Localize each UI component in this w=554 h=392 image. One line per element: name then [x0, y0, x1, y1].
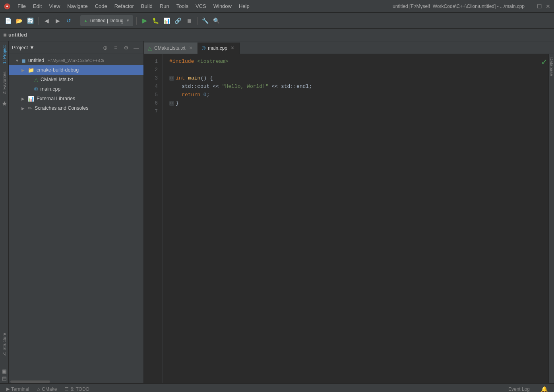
back-button[interactable]: ◀: [42, 16, 51, 25]
gutter-checkmark: ✓: [541, 57, 548, 67]
tree-expand-scratches[interactable]: ▶: [21, 106, 26, 111]
sync-button[interactable]: 🔄: [25, 16, 35, 25]
sidebar-collapse-icon[interactable]: ≡: [112, 44, 120, 52]
cpp-file-icon: ©: [34, 86, 38, 92]
debug-button[interactable]: 🐛: [151, 16, 161, 25]
tab-close-cmakelists[interactable]: ✕: [188, 45, 194, 51]
tree-item-cmakelists[interactable]: △ CMakeLists.txt: [9, 75, 143, 84]
menu-tools[interactable]: Tools: [173, 2, 192, 10]
attach-button[interactable]: 🔗: [173, 16, 183, 25]
menu-file[interactable]: File: [14, 2, 29, 10]
tab-close-maincpp[interactable]: ✕: [230, 45, 235, 51]
todo-icon: ☰: [65, 386, 69, 392]
search-button[interactable]: 🔍: [212, 16, 221, 25]
tool-icon-1[interactable]: ▣: [1, 367, 8, 375]
code-line-7: [169, 107, 548, 116]
toolbar-separator-4: [197, 17, 198, 25]
menu-navigate[interactable]: Navigate: [64, 2, 91, 10]
tab-maincpp[interactable]: © main.cpp ✕: [198, 43, 240, 54]
sidebar-item-favorites[interactable]: 2: Favorites: [1, 68, 8, 98]
app-logo: [3, 2, 11, 10]
tab-cmake[interactable]: △ CMake: [34, 386, 60, 392]
tree-item-scratches[interactable]: ▶ ✏ Scratches and Consoles: [9, 103, 143, 113]
tree-label-untitled: untitled: [28, 58, 44, 63]
module-icon: ◼: [21, 58, 26, 64]
run-configuration[interactable]: ▲ untitled | Debug ▼: [80, 15, 133, 26]
new-file-button[interactable]: 📄: [3, 16, 13, 25]
left-vertical-strip: 1: Project 2: Favorites ★ Z: Structure ▣…: [0, 41, 9, 383]
tab-terminal[interactable]: ▶ Terminal: [3, 386, 32, 392]
tool-icon-2[interactable]: ▤: [1, 375, 8, 382]
tree-item-untitled[interactable]: ▼ ◼ untitled F:\Myself_WorkCode\C++\Cli: [9, 56, 143, 65]
toolbar-separator-3: [136, 17, 137, 25]
menu-edit[interactable]: Edit: [30, 2, 45, 10]
menu-refactor[interactable]: Refactor: [111, 2, 137, 10]
menu-vcs[interactable]: VCS: [192, 2, 209, 10]
database-tab-label[interactable]: Database: [548, 54, 554, 79]
database-tab[interactable]: Database: [548, 54, 554, 383]
file-tree: ▼ ◼ untitled F:\Myself_WorkCode\C++\Cli …: [9, 54, 143, 380]
code-line-5: return 0;: [169, 91, 548, 99]
tree-label-extlibs: External Libraries: [37, 96, 75, 101]
left-sidebar-inner: 1: Project 2: Favorites ★ Z: Structure ▣…: [0, 41, 144, 383]
open-file-button[interactable]: 📂: [14, 16, 24, 25]
notifications-icon[interactable]: 🔔: [538, 385, 551, 392]
sidebar-add-icon[interactable]: ⊕: [101, 44, 109, 52]
close-button[interactable]: ✕: [545, 4, 551, 9]
maximize-button[interactable]: ☐: [537, 4, 542, 9]
sidebar-scrollbar-thumb[interactable]: [10, 380, 50, 383]
left-sidebar-container: 1: Project 2: Favorites ★ Z: Structure ▣…: [0, 41, 144, 383]
tree-expand-extlibs[interactable]: ▶: [21, 97, 26, 101]
tree-label-cmakelists: CMakeLists.txt: [41, 77, 73, 82]
cmake-file-icon: △: [34, 77, 38, 83]
favorites-star-icon[interactable]: ★: [1, 100, 8, 107]
tree-expand-cmake-build[interactable]: ▶: [21, 68, 26, 72]
editor-area[interactable]: 1 2 3 4 5 6 7 #include <iostream> ▶ □: [144, 54, 554, 383]
tab-cmakelists[interactable]: △ CMakeLists.txt ✕: [144, 43, 198, 54]
sidebar-scrollbar[interactable]: [9, 380, 143, 383]
terminal-icon: ▶: [6, 386, 10, 392]
tree-item-cmake-build[interactable]: ▶ 📁 cmake-build-debug: [9, 65, 143, 75]
build-settings-button[interactable]: 🔧: [201, 16, 210, 25]
forward-button[interactable]: ▶: [53, 16, 62, 25]
menu-window[interactable]: Window: [210, 2, 235, 10]
window-controls: — ☐ ✕: [528, 4, 551, 9]
tree-item-extlibs[interactable]: ▶ 📊 External Libraries: [9, 94, 143, 103]
sidebar-item-project[interactable]: 1: Project: [1, 41, 8, 68]
menu-build[interactable]: Build: [138, 2, 156, 10]
minimize-button[interactable]: —: [528, 4, 533, 9]
run-button[interactable]: ▶: [140, 16, 149, 25]
cmake-bottom-icon: △: [37, 386, 40, 392]
editor-panel: △ CMakeLists.txt ✕ © main.cpp ✕ 1 2 3 4 …: [144, 41, 554, 383]
sidebar-settings-icon[interactable]: ⚙: [122, 44, 130, 52]
coverage-button[interactable]: 📊: [162, 16, 172, 25]
code-line-3: ▶ □ int main() {: [169, 74, 548, 82]
line-numbers: 1 2 3 4 5 6 7: [144, 54, 163, 383]
tree-item-maincpp[interactable]: © main.cpp: [9, 84, 143, 94]
menu-bar: File Edit View Navigate Code Refactor Bu…: [14, 2, 389, 10]
tab-event-log[interactable]: Event Log: [505, 386, 533, 392]
tab-todo[interactable]: ☰ 6: TODO: [62, 386, 93, 392]
extlibs-icon: 📊: [28, 96, 34, 102]
sidebar-close-icon[interactable]: —: [132, 44, 140, 52]
bottom-tabs: ▶ Terminal △ CMake ☰ 6: TODO Event Log 🔔: [0, 383, 554, 392]
menu-help[interactable]: Help: [236, 2, 253, 10]
titlebar: File Edit View Navigate Code Refactor Bu…: [0, 0, 554, 13]
stop-button[interactable]: ⏹: [184, 16, 194, 25]
menu-run[interactable]: Run: [157, 2, 172, 10]
tree-label-maincpp: main.cpp: [41, 86, 61, 92]
code-editor[interactable]: #include <iostream> ▶ □ int main() { std…: [163, 54, 548, 383]
sidebar-item-structure[interactable]: Z: Structure: [1, 329, 8, 359]
code-line-2: [169, 66, 548, 74]
menu-code[interactable]: Code: [92, 2, 110, 10]
tree-path-untitled: F:\Myself_WorkCode\C++\Cli: [47, 58, 104, 63]
todo-tab-label: 6: TODO: [70, 386, 89, 392]
revert-button[interactable]: ↺: [64, 16, 74, 25]
main-container: 1: Project 2: Favorites ★ Z: Structure ▣…: [0, 41, 554, 383]
sidebar-dropdown-arrow[interactable]: Project ▼: [12, 45, 35, 50]
code-line-4: std::cout << "Hello, World!" << std::end…: [169, 82, 548, 91]
event-log-label: Event Log: [508, 386, 530, 392]
tree-expand-untitled[interactable]: ▼: [15, 58, 20, 63]
menu-view[interactable]: View: [46, 2, 63, 10]
tab-label-cmakelists: CMakeLists.txt: [154, 45, 186, 51]
